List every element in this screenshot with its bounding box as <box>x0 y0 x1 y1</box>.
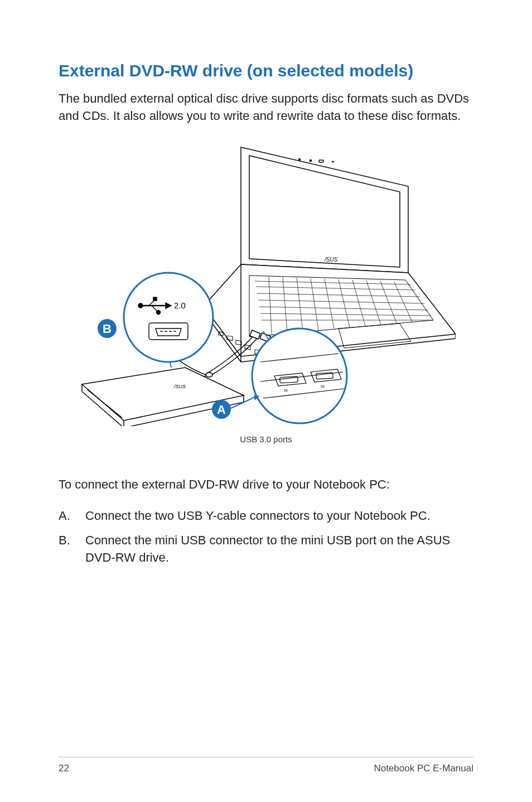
svg-point-46 <box>124 273 213 362</box>
svg-point-54 <box>157 310 161 314</box>
step-letter: A. <box>59 508 85 525</box>
svg-point-30 <box>427 341 428 342</box>
svg-text:B: B <box>103 322 112 336</box>
svg-text:A: A <box>217 403 226 417</box>
svg-rect-2 <box>319 160 323 162</box>
section-heading: External DVD-RW drive (on selected model… <box>59 61 473 80</box>
svg-point-48 <box>138 303 143 308</box>
svg-point-1 <box>310 160 312 161</box>
svg-line-47 <box>170 362 171 368</box>
connection-diagram: /SUS <box>76 142 456 426</box>
page-footer: 22 Notebook PC E-Manual <box>59 757 473 774</box>
svg-text:2.0: 2.0 <box>174 301 186 310</box>
svg-point-3 <box>332 161 333 162</box>
callout-a: ss ss A <box>212 328 347 423</box>
step-text: Connect the mini USB connector to the mi… <box>85 532 473 567</box>
svg-point-28 <box>416 342 417 344</box>
svg-line-44 <box>231 397 255 408</box>
svg-rect-23 <box>227 336 233 340</box>
connect-instructions-title: To connect the external DVD-RW drive to … <box>59 477 473 492</box>
diagram-container: /SUS <box>59 142 473 426</box>
page-number: 22 <box>59 763 69 774</box>
step-text: Connect the two USB Y-cable connectors t… <box>85 508 431 525</box>
step-letter: B. <box>59 532 85 567</box>
svg-text:ss: ss <box>284 388 288 392</box>
svg-rect-52 <box>153 297 157 301</box>
svg-point-27 <box>410 343 412 344</box>
svg-text:/SUS: /SUS <box>173 384 186 389</box>
footer-title: Notebook PC E-Manual <box>374 763 473 774</box>
svg-text:/SUS: /SUS <box>324 257 338 263</box>
svg-point-0 <box>299 158 301 160</box>
step-b: B. Connect the mini USB connector to the… <box>59 532 473 567</box>
intro-paragraph: The bundled external optical disc drive … <box>59 90 473 125</box>
svg-point-31 <box>206 373 212 377</box>
diagram-caption: USB 3.0 ports <box>59 434 473 444</box>
steps-list: A. Connect the two USB Y-cable connector… <box>59 508 473 567</box>
callout-b: 2.0 B <box>98 273 213 368</box>
svg-point-29 <box>422 342 423 343</box>
step-a: A. Connect the two USB Y-cable connector… <box>59 508 473 525</box>
svg-text:ss: ss <box>321 384 325 388</box>
